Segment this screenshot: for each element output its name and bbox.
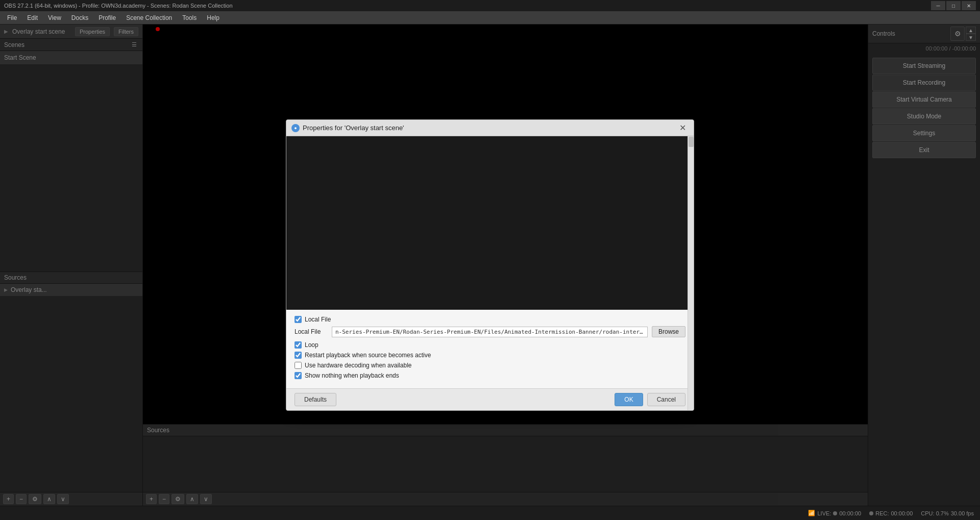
fps-label: 30.00 fps [951, 510, 974, 516]
live-label: LIVE: [817, 510, 831, 516]
menu-help[interactable]: Help [202, 13, 225, 22]
restart-checkbox-row: Restart playback when source becomes act… [295, 352, 685, 359]
local-file-checkbox-row: Local File [295, 316, 685, 323]
show-nothing-checkbox[interactable] [295, 372, 302, 379]
menu-view[interactable]: View [43, 13, 66, 22]
restart-checkbox[interactable] [295, 352, 302, 359]
loop-checkbox-row: Loop [295, 341, 685, 349]
signal-icon: 📶 [808, 510, 815, 516]
hardware-label: Use hardware decoding when available [305, 362, 411, 369]
file-path-row: Local File Browse [295, 326, 685, 337]
title-bar: OBS 27.2.1 (64-bit, windows) - Profile: … [0, 0, 980, 11]
file-path-input[interactable] [332, 327, 648, 337]
menu-tools[interactable]: Tools [177, 13, 202, 22]
rec-dot [869, 511, 873, 515]
modal-preview-area [286, 136, 694, 310]
loop-checkbox[interactable] [295, 341, 302, 349]
restart-label: Restart playback when source becomes act… [305, 352, 431, 359]
menu-file[interactable]: File [2, 13, 22, 22]
status-bar: 📶 LIVE: 00:00:00 REC: 00:00:00 CPU: 0.7%… [0, 506, 980, 520]
rec-status: REC: 00:00:00 [869, 510, 913, 516]
maximize-button[interactable]: □ [946, 1, 961, 10]
modal-scrollbar[interactable] [688, 136, 694, 410]
hardware-checkbox[interactable] [295, 362, 302, 369]
modal-overlay: ● Properties for 'Overlay start scene' ✕… [0, 24, 980, 506]
menu-docks[interactable]: Docks [66, 13, 93, 22]
cpu-status: CPU: 0.7% 30.00 fps [921, 510, 974, 516]
hardware-checkbox-row: Use hardware decoding when available [295, 362, 685, 369]
browse-button[interactable]: Browse [652, 326, 685, 337]
window-controls: ─ □ ✕ [931, 1, 976, 10]
live-time: 00:00:00 [839, 510, 861, 516]
modal-footer-left: Defaults [295, 393, 336, 406]
menu-profile[interactable]: Profile [93, 13, 121, 22]
modal-footer: Defaults OK Cancel [286, 388, 694, 410]
menu-bar: File Edit View Docks Profile Scene Colle… [0, 11, 980, 24]
menu-edit[interactable]: Edit [22, 13, 43, 22]
minimize-button[interactable]: ─ [931, 1, 945, 10]
defaults-button[interactable]: Defaults [295, 393, 336, 406]
obs-logo-icon: ● [291, 124, 300, 132]
menu-scene-collection[interactable]: Scene Collection [121, 13, 177, 22]
cancel-button[interactable]: Cancel [647, 393, 685, 406]
live-dot [833, 511, 837, 515]
show-nothing-checkbox-row: Show nothing when playback ends [295, 372, 685, 379]
cpu-label: CPU: 0.7% [921, 510, 948, 516]
modal-footer-right: OK Cancel [615, 393, 685, 406]
modal-title: ● Properties for 'Overlay start scene' [291, 124, 404, 132]
local-file-checkbox[interactable] [295, 316, 302, 323]
show-nothing-label: Show nothing when playback ends [305, 372, 399, 379]
local-file-label: Local File [295, 328, 328, 335]
window-title: OBS 27.2.1 (64-bit, windows) - Profile: … [4, 3, 931, 9]
live-status: 📶 LIVE: 00:00:00 [808, 510, 861, 516]
modal-title-text: Properties for 'Overlay start scene' [303, 124, 404, 132]
modal-scrollbar-thumb[interactable] [689, 137, 694, 147]
rec-time: 00:00:00 [891, 510, 913, 516]
properties-modal: ● Properties for 'Overlay start scene' ✕… [286, 119, 694, 411]
modal-close-button[interactable]: ✕ [676, 122, 689, 134]
local-file-checkbox-label: Local File [305, 316, 331, 323]
loop-label: Loop [305, 341, 318, 349]
close-button[interactable]: ✕ [962, 1, 976, 10]
modal-titlebar: ● Properties for 'Overlay start scene' ✕ [286, 120, 694, 136]
modal-content: Local File Local File Browse Loop Restar… [286, 310, 694, 388]
rec-label: REC: [875, 510, 889, 516]
ok-button[interactable]: OK [615, 393, 643, 406]
